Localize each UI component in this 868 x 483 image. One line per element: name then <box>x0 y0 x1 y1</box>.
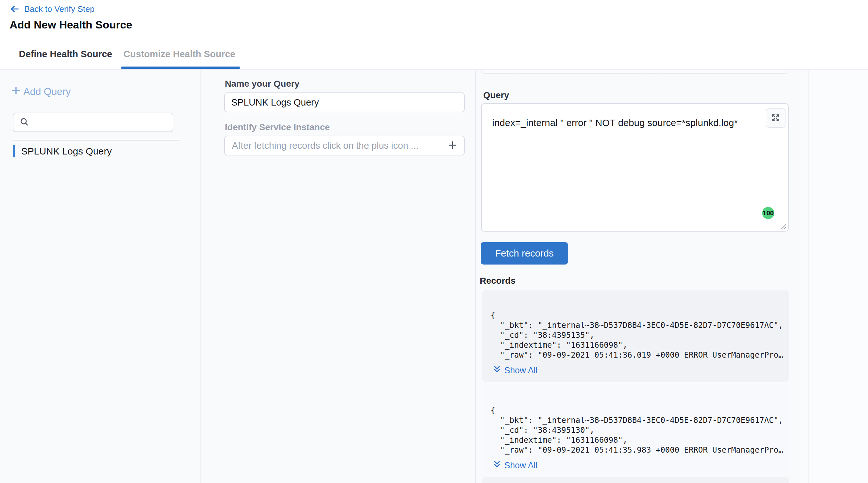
record-card: { "_bkt": "_internal~38~D537D8B4-3EC0-4D… <box>482 290 789 382</box>
record-card-partial <box>482 477 789 483</box>
selected-indicator-bar <box>13 145 15 157</box>
query-search-box <box>13 113 173 132</box>
resize-grip-icon[interactable] <box>780 223 787 230</box>
show-all-button[interactable]: Show All <box>493 460 538 471</box>
plus-icon <box>447 140 458 152</box>
search-icon <box>19 117 29 128</box>
tab-customize-health-source[interactable]: Customize Health Source <box>123 40 236 68</box>
page-title: Add New Health Source <box>9 19 132 31</box>
query-editor[interactable]: index=_internal " error " NOT debug sour… <box>481 103 789 232</box>
query-records-panel: Query index=_internal " error " NOT debu… <box>475 70 808 483</box>
query-search-input[interactable] <box>33 117 173 128</box>
add-query-label: Add Query <box>23 86 71 97</box>
add-service-instance-button[interactable] <box>445 139 460 153</box>
fetch-records-button[interactable]: Fetch records <box>481 242 568 265</box>
clipped-field-above <box>475 70 808 89</box>
add-health-source-page: Back to Verify Step Add New Health Sourc… <box>0 0 868 483</box>
sidebar-panel-divider <box>200 70 200 483</box>
content-area: Add Query SPLUNK Logs Query Name your Qu… <box>0 70 868 483</box>
fullscreen-icon <box>771 113 780 123</box>
expand-query-button[interactable] <box>766 109 785 128</box>
records-label: Records <box>480 276 516 286</box>
scroll-fade <box>475 70 808 75</box>
show-all-label: Show All <box>504 366 538 375</box>
tab-define-health-source[interactable]: Define Health Source <box>19 40 112 68</box>
right-margin-area <box>808 70 868 483</box>
chevron-double-down-icon <box>493 365 501 376</box>
record-json: { "_bkt": "_internal~38~D537D8B4-3EC0-4D… <box>491 310 789 360</box>
record-card: { "_bkt": "_internal~38~D537D8B4-3EC0-4D… <box>482 385 789 474</box>
show-all-button[interactable]: Show All <box>493 365 538 376</box>
name-query-label: Name your Query <box>225 79 299 89</box>
sidebar-divider <box>13 140 180 141</box>
chevron-double-down-icon <box>493 460 501 471</box>
query-text: index=_internal " error " NOT debug sour… <box>492 117 738 128</box>
add-query-button[interactable]: Add Query <box>10 85 71 98</box>
record-count-badge: 100 <box>762 207 774 219</box>
service-instance-label: Identify Service Instance <box>225 122 330 132</box>
show-all-label: Show All <box>504 461 538 471</box>
tabs-bar: Define Health Source Customize Health So… <box>0 40 868 70</box>
name-query-input[interactable] <box>224 92 465 112</box>
query-item-label: SPLUNK Logs Query <box>21 146 112 157</box>
back-link[interactable]: Back to Verify Step <box>9 4 95 14</box>
record-json: { "_bkt": "_internal~38~D537D8B4-3EC0-4D… <box>491 405 789 455</box>
active-tab-underline <box>121 66 240 69</box>
back-link-label: Back to Verify Step <box>24 4 95 14</box>
arrow-left-icon <box>9 4 20 14</box>
service-instance-input[interactable] <box>231 140 445 151</box>
plus-icon <box>10 85 22 98</box>
sidebar-item-splunk-logs-query[interactable]: SPLUNK Logs Query <box>13 145 112 157</box>
service-instance-field <box>224 135 465 155</box>
query-label: Query <box>483 90 509 100</box>
